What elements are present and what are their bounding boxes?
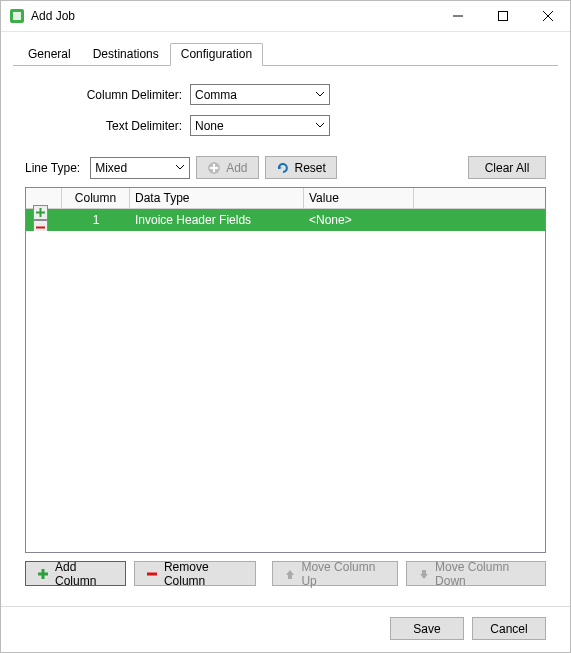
content-area: General Destinations Configuration Colum… <box>1 32 570 652</box>
column-buttons-bar: Add Column Remove Column Move Column Up … <box>25 553 546 596</box>
column-delimiter-select[interactable]: Comma <box>190 84 330 105</box>
grid-header-spacer <box>414 188 545 208</box>
columns-grid: Column Data Type Value 1 Invoice Header … <box>25 187 546 553</box>
reset-icon <box>276 161 290 175</box>
add-column-button[interactable]: Add Column <box>25 561 126 586</box>
add-line-label: Add <box>226 161 247 175</box>
cancel-button[interactable]: Cancel <box>472 617 546 640</box>
grid-body-empty <box>26 231 545 552</box>
grid-row[interactable]: 1 Invoice Header Fields <None> <box>26 209 545 231</box>
row-column-number: 1 <box>62 210 130 230</box>
text-delimiter-label: Text Delimiter: <box>25 119 190 133</box>
tab-general[interactable]: General <box>17 43 82 66</box>
tab-destinations[interactable]: Destinations <box>82 43 170 66</box>
column-delimiter-value: Comma <box>195 88 237 102</box>
grid-header-column[interactable]: Column <box>62 188 130 208</box>
text-delimiter-select[interactable]: None <box>190 115 330 136</box>
row-value: <None> <box>304 210 414 230</box>
row-data-type: Invoice Header Fields <box>130 210 304 230</box>
minimize-button[interactable] <box>435 1 480 31</box>
remove-column-button[interactable]: Remove Column <box>134 561 257 586</box>
remove-column-label: Remove Column <box>164 560 246 588</box>
configuration-panel: Column Delimiter: Comma Text Delimiter: … <box>13 66 558 606</box>
clear-all-label: Clear All <box>485 161 530 175</box>
tab-bar: General Destinations Configuration <box>13 42 558 66</box>
plus-circle-icon <box>207 161 221 175</box>
dialog-footer: Save Cancel <box>13 607 558 652</box>
chevron-down-icon <box>315 89 325 99</box>
svg-rect-3 <box>498 12 507 21</box>
reset-button[interactable]: Reset <box>265 156 337 179</box>
move-down-label: Move Column Down <box>435 560 535 588</box>
reset-label: Reset <box>295 161 326 175</box>
arrow-down-icon <box>417 567 430 581</box>
close-button[interactable] <box>525 1 570 31</box>
plus-icon <box>36 567 50 581</box>
column-delimiter-label: Column Delimiter: <box>25 88 190 102</box>
add-line-button[interactable]: Add <box>196 156 258 179</box>
add-job-window: Add Job General Destinations Configurati… <box>0 0 571 653</box>
save-button[interactable]: Save <box>390 617 464 640</box>
move-column-up-button[interactable]: Move Column Up <box>272 561 398 586</box>
clear-all-button[interactable]: Clear All <box>468 156 546 179</box>
line-type-select[interactable]: Mixed <box>90 157 190 179</box>
line-type-label: Line Type: <box>25 161 84 175</box>
minus-icon <box>145 567 159 581</box>
row-add-button[interactable] <box>33 205 48 220</box>
tab-configuration[interactable]: Configuration <box>170 43 263 66</box>
chevron-down-icon <box>175 162 185 172</box>
svg-rect-1 <box>13 12 21 20</box>
move-column-down-button[interactable]: Move Column Down <box>406 561 546 586</box>
app-icon <box>9 8 25 24</box>
add-column-label: Add Column <box>55 560 115 588</box>
grid-header: Column Data Type Value <box>26 188 545 209</box>
grid-header-value[interactable]: Value <box>304 188 414 208</box>
line-type-value: Mixed <box>95 161 127 175</box>
chevron-down-icon <box>315 120 325 130</box>
window-title: Add Job <box>31 9 75 23</box>
arrow-up-icon <box>283 567 296 581</box>
row-spacer <box>414 217 545 223</box>
line-type-bar: Line Type: Mixed Add Reset Clear All <box>25 156 546 179</box>
move-up-label: Move Column Up <box>301 560 387 588</box>
titlebar: Add Job <box>1 1 570 32</box>
maximize-button[interactable] <box>480 1 525 31</box>
grid-header-datatype[interactable]: Data Type <box>130 188 304 208</box>
text-delimiter-value: None <box>195 119 224 133</box>
